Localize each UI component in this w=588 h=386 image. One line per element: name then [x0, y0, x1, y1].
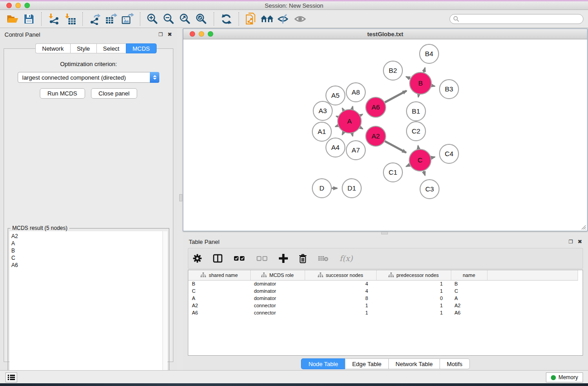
new-network-from-file-button[interactable]	[243, 11, 259, 27]
table-cell[interactable]: C	[451, 287, 487, 295]
deselect-all-columns-button[interactable]	[256, 255, 268, 262]
delete-table-button[interactable]	[318, 255, 329, 262]
refresh-button[interactable]	[218, 11, 234, 27]
result-list-item[interactable]: B	[11, 247, 161, 254]
export-image-button[interactable]	[120, 11, 136, 27]
delete-column-button[interactable]	[299, 254, 307, 263]
table-cell[interactable]: A	[188, 295, 250, 302]
graph-edge[interactable]	[424, 171, 425, 176]
column-header-mcds-role[interactable]: MCDS role	[250, 270, 305, 280]
search-input[interactable]	[449, 14, 583, 24]
graph-edge[interactable]	[406, 165, 410, 167]
show-graphics-button[interactable]	[292, 11, 308, 27]
table-cell[interactable]: A6	[188, 309, 250, 316]
network-minimize-button[interactable]	[199, 31, 204, 37]
tab-network[interactable]: Network	[35, 43, 70, 53]
show-log-button[interactable]	[5, 372, 17, 382]
close-window-button[interactable]	[6, 3, 12, 8]
network-close-button[interactable]	[190, 31, 195, 37]
network-zoom-button[interactable]	[208, 31, 213, 37]
table-cell[interactable]: B	[451, 280, 487, 287]
graph-edge[interactable]	[424, 68, 425, 72]
graph-edge[interactable]	[360, 127, 363, 129]
graph-edge[interactable]	[342, 108, 344, 110]
function-builder-button[interactable]: f(x)	[339, 254, 353, 263]
graph-edge[interactable]	[431, 86, 435, 86]
tab-motifs[interactable]: Motifs	[440, 358, 470, 369]
table-cell[interactable]: dominator	[250, 287, 305, 295]
table-cell[interactable]: dominator	[250, 280, 305, 287]
float-table-panel-icon[interactable]: ❐	[569, 239, 573, 245]
run-mcds-button[interactable]: Run MCDS	[40, 88, 85, 99]
table-cell[interactable]: B	[188, 280, 250, 287]
float-panel-icon[interactable]: ❐	[158, 32, 163, 38]
export-table-button[interactable]	[103, 11, 120, 27]
zoom-fit-button[interactable]	[177, 11, 193, 27]
tab-select[interactable]: Select	[96, 43, 126, 53]
result-list-item[interactable]: A2	[11, 233, 161, 240]
close-panel-icon[interactable]: ✖	[167, 31, 172, 38]
zoom-in-button[interactable]	[144, 11, 161, 27]
result-scrollbar[interactable]	[163, 231, 167, 379]
column-header-successor-nodes[interactable]: successor nodes	[305, 270, 376, 280]
resize-grip-icon[interactable]	[580, 224, 586, 230]
mcds-result-list[interactable]: A2ABCA6	[10, 231, 163, 379]
tab-style[interactable]: Style	[70, 43, 96, 53]
graph-edge[interactable]	[336, 116, 338, 117]
zoom-window-button[interactable]	[24, 3, 30, 8]
select-all-columns-button[interactable]	[234, 255, 245, 262]
graph-edge[interactable]	[418, 146, 418, 149]
table-cell[interactable]: A	[451, 295, 487, 302]
result-list-item[interactable]: C	[11, 254, 161, 262]
create-column-button[interactable]	[279, 254, 288, 263]
table-settings-button[interactable]	[193, 254, 202, 263]
graph-edge[interactable]	[385, 141, 406, 152]
zoom-selected-button[interactable]	[193, 11, 210, 27]
graph-edge[interactable]	[342, 132, 344, 135]
table-row[interactable]: Bdominator41B	[188, 280, 578, 287]
close-table-panel-icon[interactable]: ✖	[578, 238, 582, 245]
minimize-window-button[interactable]	[15, 3, 21, 8]
result-list-item[interactable]: A6	[11, 262, 161, 269]
graph-edge[interactable]	[385, 91, 406, 103]
import-table-button[interactable]	[62, 11, 78, 27]
memory-button[interactable]: Memory	[546, 372, 583, 382]
zoom-out-button[interactable]	[161, 11, 177, 27]
table-cell[interactable]: C	[188, 287, 250, 295]
table-cell[interactable]: 4	[305, 287, 376, 295]
table-cell[interactable]: 1	[305, 309, 376, 316]
splitter-horizontal[interactable]	[183, 231, 588, 235]
open-file-button[interactable]	[5, 11, 21, 27]
import-network-button[interactable]	[46, 11, 62, 27]
table-cell[interactable]: 0	[376, 295, 451, 302]
graph-edge[interactable]	[352, 106, 353, 109]
column-header-predecessor-nodes[interactable]: predecessor nodes	[376, 270, 451, 280]
hide-graphics-button[interactable]	[276, 11, 292, 27]
table-cell[interactable]: connector	[250, 302, 305, 309]
splitter-grip-knob[interactable]	[381, 232, 388, 234]
network-canvas[interactable]: B4B2BB3A8A5A6B1A3AC2A1A2A4A7C4CC1C3DD1	[183, 39, 587, 231]
close-panel-button[interactable]: Close panel	[91, 88, 138, 99]
table-row[interactable]: Cdominator41C	[188, 287, 578, 295]
column-header-name[interactable]: name	[451, 270, 487, 280]
optimization-criterion-select[interactable]: largest connected component (directed)	[18, 72, 159, 83]
table-row[interactable]: Adominator80A	[188, 295, 578, 302]
graph-edge[interactable]	[406, 76, 410, 78]
table-cell[interactable]: 1	[376, 309, 451, 316]
table-cell[interactable]: 1	[376, 287, 451, 295]
table-row[interactable]: A6connector11A6	[188, 309, 578, 316]
table-cell[interactable]: 8	[305, 295, 376, 302]
save-session-button[interactable]	[21, 11, 37, 27]
table-cell[interactable]: 1	[305, 302, 376, 309]
graph-edge[interactable]	[335, 126, 338, 127]
graph-edge[interactable]	[431, 157, 435, 158]
export-network-button[interactable]	[87, 11, 103, 27]
splitter-grip-vertical[interactable]	[179, 194, 182, 201]
tab-edge-table[interactable]: Edge Table	[345, 358, 388, 369]
column-header-shared-name[interactable]: shared name	[188, 270, 250, 280]
tab-network-table[interactable]: Network Table	[388, 358, 440, 369]
table-cell[interactable]: A2	[451, 302, 487, 309]
table-cell[interactable]: 1	[376, 302, 451, 309]
table-cell[interactable]: A2	[188, 302, 250, 309]
tab-node-table[interactable]: Node Table	[301, 358, 345, 369]
